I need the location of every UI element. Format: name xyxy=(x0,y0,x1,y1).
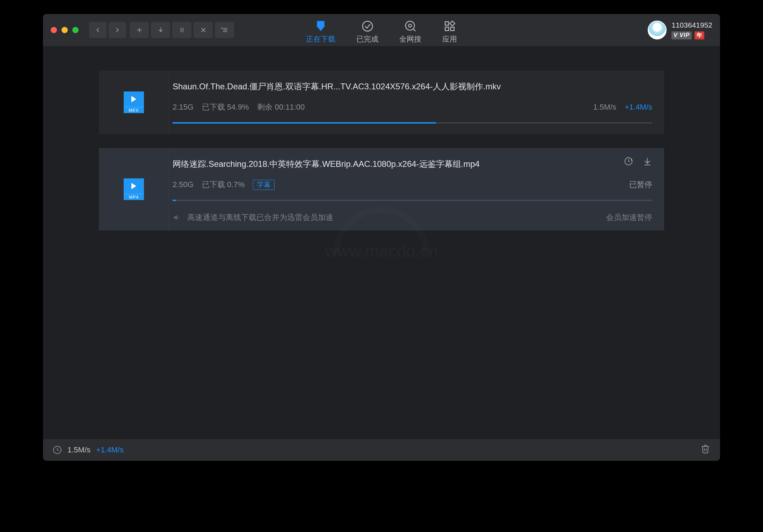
file-icon-column: MP4 xyxy=(99,148,169,230)
file-type-icon: MP4 xyxy=(124,178,144,200)
stats-row: 2.15G 已下载 54.9% 剩余 00:11:00 1.5M/s +1.4M… xyxy=(173,102,652,112)
svg-rect-18 xyxy=(451,27,454,31)
file-icon-column: MKV xyxy=(99,71,169,134)
user-meta: 1103641952 V VIP 年 xyxy=(671,21,712,39)
progress-fill xyxy=(173,122,436,124)
info-right-text: 会员加速暂停 xyxy=(606,212,652,223)
status-text: 已暂停 xyxy=(629,179,652,190)
user-id: 1103641952 xyxy=(671,21,712,29)
remaining-time: 剩余 00:11:00 xyxy=(257,102,305,112)
watermark: www.macdo.cn xyxy=(325,242,438,261)
file-type-label: MKV xyxy=(124,107,144,113)
svg-point-12 xyxy=(405,21,414,30)
download-list: MKV Shaun.Of.The.Dead.僵尸肖恩.双语字幕.HR...TV.… xyxy=(43,46,720,439)
download-item[interactable]: MKV Shaun.Of.The.Dead.僵尸肖恩.双语字幕.HR...TV.… xyxy=(99,71,664,134)
tab-search[interactable]: 全网搜 xyxy=(399,20,421,46)
file-type-label: MP4 xyxy=(124,194,144,200)
svg-rect-10 xyxy=(317,21,324,26)
user-badges: V VIP 年 xyxy=(671,31,712,39)
progress-label: 已下载 54.9% xyxy=(202,102,249,112)
statusbar: 1.5M/s +1.4M/s xyxy=(43,439,720,461)
svg-point-11 xyxy=(362,21,372,31)
main-tabs: 正在下载 已完成 全网搜 应用 xyxy=(306,14,457,46)
speed: 1.5M/s xyxy=(593,103,616,112)
stats-row: 2.50G 已下载 0.7% 字幕 已暂停 xyxy=(173,179,652,190)
item-body: 网络迷踪.Searching.2018.中英特效字幕.WEBrip.AAC.10… xyxy=(169,148,664,230)
subtitle-pill[interactable]: 字幕 xyxy=(253,180,275,190)
avatar[interactable] xyxy=(648,21,667,39)
tab-apps[interactable]: 应用 xyxy=(442,20,457,46)
info-row: 高速通道与离线下载已合并为迅雷会员加速 会员加速暂停 xyxy=(173,211,652,223)
action-buttons xyxy=(130,22,234,38)
progress-fill xyxy=(173,200,176,201)
play-icon xyxy=(124,178,144,194)
filename: Shaun.Of.The.Dead.僵尸肖恩.双语字幕.HR...TV.AC3.… xyxy=(173,81,652,92)
pause-button[interactable] xyxy=(172,22,191,38)
nav-buttons xyxy=(89,22,126,38)
progress-bar xyxy=(173,122,652,124)
svg-rect-16 xyxy=(450,21,455,26)
user-area[interactable]: 1103641952 V VIP 年 xyxy=(648,21,712,39)
minimize-window-button[interactable] xyxy=(61,27,68,33)
start-download-button[interactable] xyxy=(151,22,170,38)
svg-rect-17 xyxy=(445,27,449,31)
add-button[interactable] xyxy=(130,22,149,38)
traffic-lights xyxy=(51,27,79,33)
year-badge: 年 xyxy=(695,31,704,39)
tab-label: 应用 xyxy=(442,34,457,44)
item-actions xyxy=(624,156,652,166)
download-item[interactable]: MP4 网络迷踪.Searching.2018.中英特效字幕.WEBrip.AA… xyxy=(99,148,664,230)
refresh-icon[interactable] xyxy=(624,156,633,166)
close-window-button[interactable] xyxy=(51,27,57,33)
speaker-icon xyxy=(173,213,181,222)
titlebar: 正在下载 已完成 全网搜 应用 1103641952 V VIP 年 xyxy=(43,14,720,46)
svg-line-14 xyxy=(413,29,415,31)
boost-speed: +1.4M/s xyxy=(625,103,652,112)
play-icon xyxy=(124,91,144,107)
vip-badge: V VIP xyxy=(671,31,692,39)
status-boost: +1.4M/s xyxy=(96,445,124,455)
item-body: Shaun.Of.The.Dead.僵尸肖恩.双语字幕.HR...TV.AC3.… xyxy=(169,71,664,134)
progress-bar xyxy=(173,200,652,201)
sort-button[interactable] xyxy=(215,22,234,38)
trash-button[interactable] xyxy=(700,444,710,456)
resume-download-icon[interactable] xyxy=(642,156,652,166)
filename: 网络迷踪.Searching.2018.中英特效字幕.WEBrip.AAC.10… xyxy=(173,158,652,170)
back-button[interactable] xyxy=(89,22,107,38)
status-speed: 1.5M/s xyxy=(67,445,90,455)
delete-button[interactable] xyxy=(194,22,213,38)
file-type-icon: MKV xyxy=(124,91,144,113)
file-size: 2.50G xyxy=(173,180,194,189)
tab-downloading[interactable]: 正在下载 xyxy=(306,20,335,46)
info-text: 高速通道与离线下载已合并为迅雷会员加速 xyxy=(187,212,333,223)
tab-label: 已完成 xyxy=(356,34,378,44)
svg-rect-15 xyxy=(445,22,449,25)
clock-icon xyxy=(53,445,62,455)
tab-label: 正在下载 xyxy=(306,34,335,44)
file-size: 2.15G xyxy=(173,103,194,112)
svg-point-13 xyxy=(408,24,412,27)
forward-button[interactable] xyxy=(109,22,126,38)
app-window: 正在下载 已完成 全网搜 应用 1103641952 V VIP 年 xyxy=(43,14,720,461)
tab-label: 全网搜 xyxy=(399,34,421,44)
tab-completed[interactable]: 已完成 xyxy=(356,20,378,46)
progress-label: 已下载 0.7% xyxy=(202,179,245,190)
maximize-window-button[interactable] xyxy=(72,27,79,33)
